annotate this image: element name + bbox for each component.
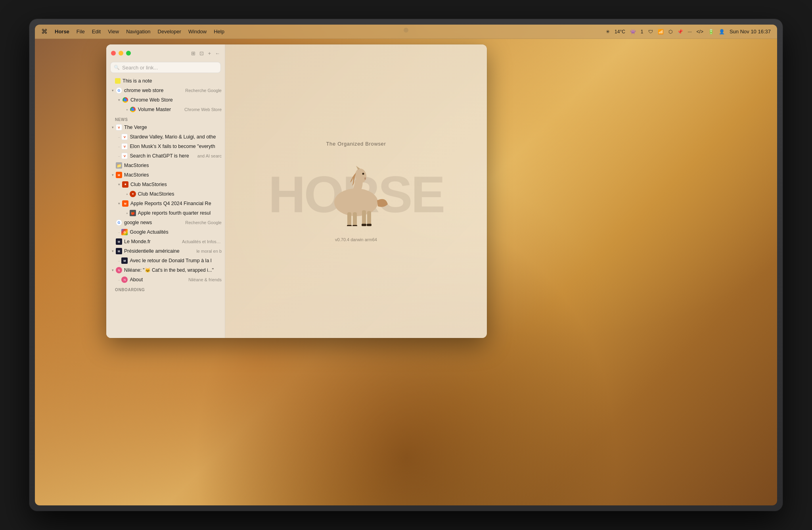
svg-rect-5 — [347, 212, 351, 226]
pin-icon: 📌 — [677, 29, 683, 35]
lemonde-favicon: M — [121, 257, 128, 264]
item-title: Google Actualités — [130, 229, 222, 235]
list-item[interactable]: – V Search in ChatGPT is here and AI sea… — [106, 151, 225, 161]
clock: Sun Nov 10 16:37 — [730, 29, 771, 35]
list-item[interactable]: ● ★ Club MacStories — [106, 189, 225, 199]
menu-edit[interactable]: Edit — [92, 29, 101, 35]
app-window: ⊞ ⊡ + ← 🔍 Search or link... — [106, 44, 487, 338]
section-header-news: NEWS — [106, 114, 225, 123]
splash-screen: The Organized Browser HORSE — [277, 141, 435, 242]
verge-favicon: V — [121, 134, 128, 140]
chevron-down-icon[interactable]: ▾ — [109, 267, 116, 273]
list-item[interactable]: ▾ M Présidentielle américaine le moral e… — [106, 246, 225, 256]
bullet: – — [118, 259, 120, 263]
temp-icon: ✳ — [606, 29, 610, 35]
item-title: Apple reports fourth quarter resul — [138, 210, 222, 216]
bullet: – — [118, 135, 120, 139]
chevron-down-icon[interactable]: ▾ — [109, 248, 116, 254]
item-title: Volume Master — [138, 107, 183, 112]
vpn-icon: 🛡 — [648, 29, 653, 35]
titlebar-toolbar: ⊞ ⊡ + ← — [191, 50, 220, 56]
item-title: Avec le retour de Donald Trump à la l — [130, 258, 222, 263]
chrome-favicon — [130, 106, 136, 113]
nileane-favicon: N — [116, 267, 122, 273]
item-title: Search in ChatGPT is here — [130, 153, 195, 159]
list-item[interactable]: G google news Recherche Google — [106, 218, 225, 227]
list-item[interactable]: ▾ M MacStories — [106, 170, 225, 180]
club-favicon: ★ — [130, 191, 136, 197]
item-subtitle: and AI searc — [197, 154, 222, 158]
bullet: – — [118, 145, 120, 148]
chevron-down-icon[interactable]: ▾ — [109, 124, 116, 131]
minimize-button[interactable] — [119, 51, 123, 56]
svg-point-4 — [364, 177, 366, 180]
macstories-favicon: M — [122, 200, 128, 207]
bullet: – — [118, 230, 120, 234]
google-favicon: G — [116, 87, 122, 94]
list-item[interactable]: ● Volume Master Chrome Web Store — [106, 105, 225, 114]
menu-file[interactable]: File — [77, 29, 85, 35]
list-item[interactable]: – M Avec le retour de Donald Trump à la … — [106, 256, 225, 265]
item-title: Elon Musk's X fails to become "everyth — [130, 144, 222, 149]
menubar-right: ✳ 14°C 👾 1 🛡 📶 ⬡ 📌 ··· </> 🔋 👤 Sun Nov 1… — [606, 29, 771, 35]
google-favicon: G — [116, 219, 122, 226]
chevron-down-icon[interactable]: ▾ — [109, 87, 116, 94]
window-controls — [111, 51, 131, 56]
list-item[interactable]: ▾ N Niléane: "🐱 Cat's in the bed, wrappe… — [106, 265, 225, 275]
item-title: google news — [124, 220, 184, 225]
list-item[interactable]: – V Elon Musk's X fails to become "every… — [106, 142, 225, 151]
chevron-down-icon[interactable]: ▾ — [116, 181, 122, 188]
dev-icon: </> — [697, 29, 703, 35]
sidebar: ⊞ ⊡ + ← 🔍 Search or link... — [106, 44, 225, 338]
app-name[interactable]: Horse — [55, 29, 69, 35]
list-item[interactable]: ▾ G chrome web store Recherche Google — [106, 86, 225, 95]
apple-menu-icon[interactable]: ⌘ — [41, 28, 48, 35]
add-icon[interactable]: + — [208, 50, 211, 56]
close-button[interactable] — [111, 51, 116, 56]
list-item[interactable]: ● 🍎 Apple reports fourth quarter resul — [106, 208, 225, 218]
section-header-onboarding: ONBOARDING — [106, 284, 225, 293]
badge-1: 1 — [641, 29, 643, 35]
user-icon: 👤 — [719, 29, 725, 35]
main-content: The Organized Browser HORSE — [225, 44, 487, 338]
menu-developer[interactable]: Developer — [158, 29, 181, 35]
grid-icon[interactable]: ⊞ — [191, 50, 195, 56]
chevron-down-icon[interactable]: ▾ — [109, 172, 116, 178]
list-item[interactable]: – V Stardew Valley, Mario & Luigi, and o… — [106, 132, 225, 142]
lemonde-favicon: M — [116, 238, 122, 245]
item-title: About — [130, 277, 187, 282]
folder-icon: 📁 — [116, 162, 122, 169]
list-item[interactable]: ▾ ★ Club MacStories — [106, 180, 225, 189]
list-item[interactable]: ▾ V The Verge — [106, 123, 225, 132]
search-input[interactable]: Search or link... — [122, 65, 217, 71]
item-title: This is a note — [123, 78, 222, 84]
list-item[interactable]: ▾ M Apple Reports Q4 2024 Financial Re — [106, 199, 225, 208]
search-bar[interactable]: 🔍 Search or link... — [110, 62, 221, 73]
svg-rect-11 — [362, 224, 366, 226]
screen-bezel: ⌘ Horse File Edit View Navigation Develo… — [35, 25, 777, 505]
menu-navigation[interactable]: Navigation — [126, 29, 150, 35]
nileane-favicon: N — [121, 277, 128, 283]
list-item[interactable]: M Le Monde.fr Actualités et Infos en Fra… — [106, 237, 225, 246]
collapse-icon[interactable]: ← — [215, 50, 220, 56]
list-item[interactable]: This is a note — [106, 76, 225, 86]
note-icon — [115, 78, 121, 84]
maximize-button[interactable] — [126, 51, 131, 56]
horse-logo-area: HORSE — [277, 155, 435, 234]
layout-icon[interactable]: ⊡ — [199, 50, 204, 56]
list-item[interactable]: ▾ Chrome Web Store — [106, 95, 225, 105]
list-item[interactable]: – N About Niléane & friends — [106, 275, 225, 284]
list-item[interactable]: 📁 MacStories — [106, 161, 225, 170]
list-item[interactable]: – G Google Actualités — [106, 227, 225, 237]
splash-tagline: The Organized Browser — [277, 141, 435, 147]
chevron-down-icon[interactable]: ▾ — [116, 97, 122, 103]
sidebar-tree: This is a note ▾ G chrome web store Rech… — [106, 76, 225, 338]
menu-help[interactable]: Help — [214, 29, 224, 35]
item-title: Stardew Valley, Mario & Luigi, and othe — [130, 134, 222, 140]
menu-view[interactable]: View — [108, 29, 119, 35]
verge-favicon: V — [116, 124, 122, 131]
menu-window[interactable]: Window — [188, 29, 207, 35]
chevron-down-icon[interactable]: ▾ — [116, 200, 122, 207]
item-title: Chrome Web Store — [130, 97, 222, 103]
item-title: MacStories — [124, 172, 222, 178]
